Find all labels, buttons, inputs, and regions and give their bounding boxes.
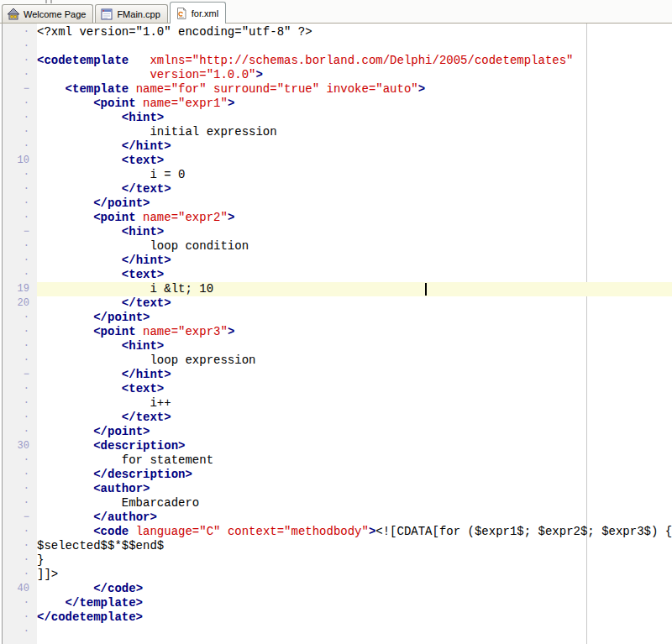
code-text: i &lt; 10 — [37, 282, 672, 296]
code-text: <template name="for" surround="true" inv… — [37, 82, 672, 97]
code-line[interactable]: · initial expression — [3, 125, 672, 139]
code-line[interactable]: · </text> — [3, 182, 672, 196]
code-line[interactable]: · </template> — [3, 596, 672, 610]
code-line[interactable]: ·<?xml version="1.0" encoding="utf-8" ?> — [3, 25, 672, 39]
code-line[interactable]: 20 </text> — [3, 296, 672, 311]
gutter-cell[interactable]: · — [3, 54, 37, 68]
gutter-cell[interactable]: − — [3, 225, 37, 239]
code-line[interactable]: · </description> — [3, 468, 672, 482]
text-caret — [425, 283, 427, 296]
code-line[interactable]: 40 </code> — [3, 582, 672, 596]
gutter-cell[interactable]: · — [3, 453, 37, 468]
code-text — [37, 39, 672, 54]
gutter-cell[interactable]: · — [3, 39, 37, 54]
code-line[interactable]: · </point> — [3, 196, 672, 211]
gutter-cell[interactable]: 20 — [3, 296, 37, 311]
code-line[interactable]: · <author> — [3, 482, 672, 496]
gutter-cell[interactable]: · — [3, 254, 37, 268]
code-line[interactable]: · <hint> — [3, 111, 672, 125]
code-line[interactable]: 10 <text> — [3, 154, 672, 168]
code-line[interactable]: · </text> — [3, 411, 672, 425]
gutter-cell[interactable]: · — [3, 139, 37, 154]
gutter-cell[interactable]: · — [3, 411, 37, 425]
code-line[interactable]: · <point name="expr2"> — [3, 211, 672, 225]
gutter-cell[interactable]: · — [3, 97, 37, 111]
code-line[interactable]: · loop condition — [3, 239, 672, 254]
gutter-cell[interactable]: · — [3, 68, 37, 82]
tab-welcome-page[interactable]: Welcome Page — [2, 4, 93, 23]
code-line[interactable]: · </hint> — [3, 254, 672, 268]
gutter-cell[interactable]: · — [3, 539, 37, 553]
gutter-cell[interactable]: · — [3, 268, 37, 282]
gutter-cell[interactable]: · — [3, 211, 37, 225]
code-line[interactable]: · </point> — [3, 425, 672, 439]
code-line[interactable]: ·]]> — [3, 568, 672, 582]
code-line[interactable]: · <code language="C" context="methodbody… — [3, 525, 672, 539]
gutter-cell[interactable]: − — [3, 510, 37, 525]
code-line[interactable]: ·} — [3, 553, 672, 568]
tab-fmain-cpp[interactable]: FMain.cpp — [95, 4, 167, 23]
code-line[interactable]: ·$selected$$*$$end$ — [3, 539, 672, 553]
code-line[interactable]: · — [3, 39, 672, 54]
gutter-cell[interactable]: · — [3, 339, 37, 353]
gutter-cell[interactable]: · — [3, 610, 37, 625]
gutter-cell[interactable]: · — [3, 396, 37, 411]
gutter-cell[interactable]: 10 — [3, 154, 37, 168]
code-text: </code> — [37, 582, 672, 596]
code-line[interactable]: · </point> — [3, 311, 672, 325]
gutter-cell[interactable]: · — [3, 625, 37, 639]
gutter-cell[interactable]: 40 — [3, 582, 37, 596]
code-line[interactable]: · loop expression — [3, 353, 672, 368]
gutter-cell[interactable]: − — [3, 368, 37, 382]
gutter-cell[interactable]: · — [3, 568, 37, 582]
code-line[interactable]: · — [3, 625, 672, 639]
gutter-cell[interactable]: · — [3, 425, 37, 439]
gutter-cell[interactable]: · — [3, 553, 37, 568]
code-line[interactable]: · <point name="expr1"> — [3, 97, 672, 111]
gutter-cell[interactable]: · — [3, 25, 37, 39]
code-line[interactable]: · i++ — [3, 396, 672, 411]
code-line[interactable]: 30 <description> — [3, 439, 672, 453]
gutter-cell[interactable]: · — [3, 111, 37, 125]
gutter-cell[interactable]: · — [3, 196, 37, 211]
gutter-cell[interactable]: 19 — [3, 282, 37, 296]
code-line[interactable]: · i = 0 — [3, 168, 672, 182]
code-line[interactable]: · <text> — [3, 382, 672, 396]
code-line[interactable]: · </hint> — [3, 139, 672, 154]
code-line[interactable]: · <text> — [3, 268, 672, 282]
code-text: <text> — [37, 382, 672, 396]
gutter-cell[interactable]: · — [3, 353, 37, 368]
code-line[interactable]: · <hint> — [3, 339, 672, 353]
tab-for-xml[interactable]: for.xml — [170, 2, 226, 24]
code-line[interactable]: − </author> — [3, 510, 672, 525]
code-text: </template> — [37, 596, 672, 610]
code-line[interactable]: · for statement — [3, 453, 672, 468]
code-line[interactable]: − <template name="for" surround="true" i… — [3, 82, 672, 97]
code-line[interactable]: · Embarcadero — [3, 496, 672, 510]
code-text: <text> — [37, 268, 672, 282]
gutter-cell[interactable]: − — [3, 82, 37, 97]
code-editor[interactable]: ·<?xml version="1.0" encoding="utf-8" ?>… — [2, 24, 672, 644]
code-line[interactable]: − <hint> — [3, 225, 672, 239]
gutter-cell[interactable]: · — [3, 496, 37, 510]
gutter-cell[interactable]: · — [3, 168, 37, 182]
code-line[interactable]: · version="1.0.0"> — [3, 68, 672, 82]
gutter-cell[interactable]: · — [3, 596, 37, 610]
code-line[interactable]: ·<codetemplate xmlns="http://schemas.bor… — [3, 54, 672, 68]
gutter-cell[interactable]: · — [3, 482, 37, 496]
gutter-cell[interactable]: · — [3, 325, 37, 339]
gutter-cell[interactable]: · — [3, 311, 37, 325]
gutter-cell[interactable]: · — [3, 125, 37, 139]
gutter-cell[interactable]: · — [3, 468, 37, 482]
code-line[interactable]: · <point name="expr3"> — [3, 325, 672, 339]
gutter-cell[interactable]: · — [3, 382, 37, 396]
gutter-cell[interactable]: · — [3, 182, 37, 196]
gutter-cell[interactable]: 30 — [3, 439, 37, 453]
code-line[interactable]: 19 i &lt; 10 — [3, 282, 672, 296]
home-icon — [7, 8, 20, 21]
code-line[interactable]: ·</codetemplate> — [3, 610, 672, 625]
code-line[interactable]: − </hint> — [3, 368, 672, 382]
gutter-cell[interactable]: · — [3, 239, 37, 254]
code-text: } — [37, 553, 672, 568]
gutter-cell[interactable]: · — [3, 525, 37, 539]
